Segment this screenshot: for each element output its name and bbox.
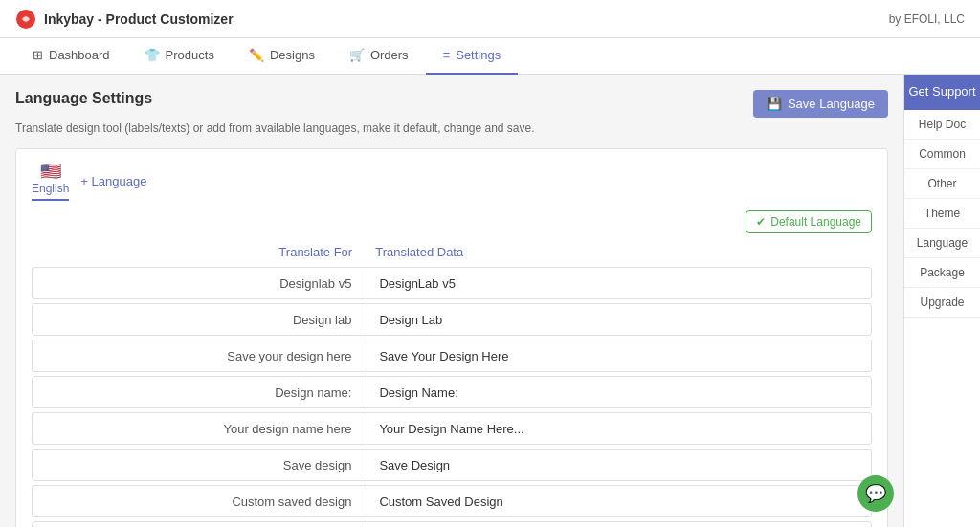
table-row: Save your design here Save Your Design H… [32,340,872,372]
sidebar-item-other[interactable]: Other [904,169,980,199]
settings-icon: ≡ [443,48,451,62]
sidebar-item-help-doc[interactable]: Help Doc [904,110,980,140]
row-value: Save Your Design Here [368,341,871,371]
sidebar-item-language[interactable]: Language [904,229,980,258]
language-tabs: 🇺🇸 English + Language [32,161,872,201]
tab-settings[interactable]: ≡ Settings [426,38,519,75]
nav-tabs: ⊞ Dashboard 👕 Products ✏️ Designs 🛒 Orde… [0,38,980,75]
app-by: by EFOLI, LLC [889,12,965,26]
row-label: There are no clipart matching the select… [33,523,368,528]
row-label: Design name: [33,378,368,407]
translation-table: Designlab v5 DesignLab v5 Design lab Des… [32,267,872,527]
tab-designs[interactable]: ✏️ Designs [232,38,332,75]
tab-designs-label: Designs [270,48,315,62]
row-label: Designlab v5 [33,269,368,298]
page-title: Language Settings [15,90,152,107]
table-row: Designlab v5 DesignLab v5 [32,267,872,299]
right-sidebar: Get Support Help DocCommonOtherThemeLang… [903,75,980,527]
save-language-label: Save Language [788,97,875,111]
top-bar: Inkybay - Product Customizer by EFOLI, L… [0,0,980,38]
page-subtitle: Translate design tool (labels/texts) or … [15,121,888,135]
row-value: Custom Saved Design [368,487,871,516]
tab-dashboard-label: Dashboard [49,48,110,62]
table-row: Save design Save Design [32,449,872,481]
chat-bubble-button[interactable]: 💬 [858,475,894,512]
row-value: Your Design Name Here... [368,414,871,444]
row-value: No Cliparts [368,523,871,528]
floppy-icon: 💾 [767,97,782,111]
english-lang-label: English [32,182,69,195]
language-card: 🇺🇸 English + Language ✔ Default Language [15,148,888,527]
top-bar-left: Inkybay - Product Customizer [15,9,234,30]
main-content: Language Settings 💾 Save Language Transl… [0,75,903,527]
row-value: DesignLab v5 [368,269,871,298]
table-row: Design lab Design Lab [32,303,872,336]
tab-orders-label: Orders [370,48,409,62]
row-label: Custom saved design [33,487,368,516]
checkmark-icon: ✔ [756,215,766,229]
row-label: Save your design here [33,341,368,371]
tab-products[interactable]: 👕 Products [127,38,232,75]
sidebar-item-common[interactable]: Common [904,140,980,169]
default-lang-text: Default Language [770,215,861,229]
tab-orders[interactable]: 🛒 Orders [332,38,426,75]
table-row: Custom saved design Custom Saved Design [32,485,872,517]
tab-settings-label: Settings [456,48,501,62]
translate-for-header: Translate For [32,245,368,259]
row-value: Save Design [368,450,871,480]
app-container: Inkybay - Product Customizer by EFOLI, L… [0,0,980,527]
get-support-label: Get Support [908,84,975,99]
table-row: Design name: Design Name: [32,376,872,408]
table-row: Your design name here Your Design Name H… [32,412,872,445]
get-support-button[interactable]: Get Support [904,75,980,110]
row-value: Design Name: [368,378,871,407]
row-label: Your design name here [33,414,368,444]
sidebar-item-package[interactable]: Package [904,258,980,288]
designs-icon: ✏️ [249,48,264,62]
tab-dashboard[interactable]: ⊞ Dashboard [15,38,127,75]
sidebar-item-theme[interactable]: Theme [904,199,980,229]
table-row: There are no clipart matching the select… [32,521,872,527]
sidebar-item-upgrade[interactable]: Upgrade [904,288,980,318]
english-flag-icon: 🇺🇸 [40,161,61,182]
body-layout: Language Settings 💾 Save Language Transl… [0,75,980,527]
add-lang-label: + Language [80,174,146,188]
app-title: Inkybay - Product Customizer [44,11,234,27]
logo-icon [15,9,36,30]
row-value: Design Lab [368,305,871,335]
tab-products-label: Products [166,48,214,62]
translate-header: Translate For Translated Data [32,241,872,267]
row-label: Save design [33,450,368,480]
english-lang-tab[interactable]: 🇺🇸 English [32,161,69,201]
page-header: Language Settings 💾 Save Language [15,90,888,118]
dashboard-icon: ⊞ [33,48,43,62]
translated-data-header: Translated Data [368,245,872,259]
save-language-button[interactable]: 💾 Save Language [753,90,888,118]
row-label: Design lab [33,305,368,335]
default-language-badge: ✔ Default Language [746,210,872,233]
orders-icon: 🛒 [349,48,365,62]
chat-icon: 💬 [865,483,886,504]
default-lang-row: ✔ Default Language [32,210,872,233]
products-icon: 👕 [145,48,160,62]
add-language-button[interactable]: + Language [80,174,146,188]
